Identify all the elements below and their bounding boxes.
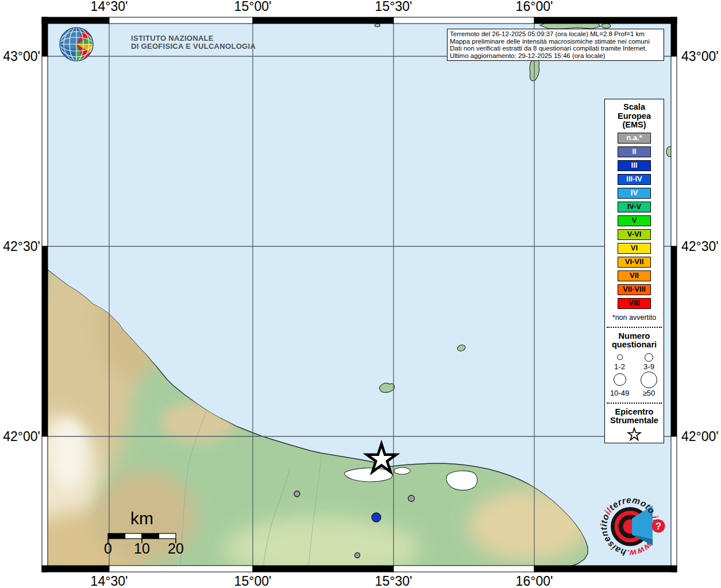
- event-info-line1: Terremoto del 26-12-2025 05:09:37 (ora l…: [450, 30, 661, 38]
- observation-dot: [408, 496, 415, 502]
- size-label-10-49: 10-49: [610, 389, 629, 397]
- legend-scale-title-1: Scala: [605, 103, 664, 112]
- ingv-wordmark: ISTITUTO NAZIONALE DI GEOFISICA E VULCAN…: [131, 34, 256, 51]
- axis-label-bottom-1: 15°00': [234, 574, 272, 588]
- scale-tick-10: 10: [134, 540, 150, 556]
- legend-chip-vii: VII: [618, 270, 651, 281]
- question-mark: ?: [656, 521, 661, 532]
- legend-chip-vi: VI: [618, 243, 651, 254]
- size-label-50: ≥50: [643, 389, 656, 397]
- event-info-line3: Dati non verificati estratti da 8 questi…: [450, 45, 661, 52]
- size-circle-3-9: [645, 353, 653, 362]
- axis-label-bottom-3: 16°00': [516, 574, 553, 588]
- legend-separator: [607, 403, 662, 404]
- legend-chip-na: n.a.*: [618, 133, 651, 144]
- legend-scale-title-3: (EMS): [605, 121, 664, 130]
- legend-scale-title-2: Europea: [605, 112, 664, 121]
- axis-label-top-2: 15°30': [375, 0, 412, 14]
- epicenter-legend-star: [626, 427, 642, 442]
- legend-chip-v: V: [618, 215, 651, 226]
- legend-questionnaires-title-2: questionari: [605, 341, 664, 350]
- legend-epicenter-title-2: Strumentale: [605, 416, 664, 425]
- legend-separator: [607, 327, 662, 328]
- ingv-line1: ISTITUTO NAZIONALE: [131, 34, 256, 42]
- axis-label-left-0: 43°00': [0, 49, 40, 64]
- legend-chip-vii-viii: VII-VIII: [618, 284, 651, 295]
- legend-chip-iv: IV: [618, 188, 651, 199]
- size-label-1-2: 1-2: [614, 362, 625, 371]
- legend-chip-iv-v: IV-V: [618, 202, 651, 212]
- axis-label-top-0: 14°30': [91, 0, 128, 14]
- axis-label-right-2: 42°00': [681, 429, 719, 444]
- observation-dot: [355, 553, 360, 558]
- legend-chip-viii: VIII: [618, 298, 651, 309]
- scale-tick-20: 20: [168, 540, 184, 556]
- legend-chip-iii-iv: III-IV: [618, 174, 651, 185]
- legend-epicenter-title-1: Epicentro: [605, 408, 664, 417]
- legend-chip-vi-vii: VI-VII: [618, 257, 651, 268]
- questionnaire-size-legend: 1-2 3-9 10-49 ≥50: [605, 353, 664, 397]
- axis-label-left-1: 42°30': [0, 239, 40, 254]
- scale-tick-0: 0: [104, 540, 112, 556]
- axis-label-bottom-0: 14°30': [91, 574, 128, 588]
- size-circle-10-49: [614, 373, 626, 386]
- map-area: [20, 21, 673, 580]
- observation-dot: [294, 491, 300, 497]
- event-info-box: Terremoto del 26-12-2025 05:09:37 (ora l…: [447, 29, 664, 61]
- size-label-3-9: 3-9: [643, 362, 654, 371]
- axis-label-right-0: 43°00': [681, 49, 719, 64]
- size-circle-50: [641, 372, 657, 388]
- ingv-logo: [60, 28, 93, 61]
- legend-chip-v-vi: V-VI: [618, 229, 651, 240]
- legend-chip-iii: III: [618, 160, 651, 171]
- ingv-line2: DI GEOFISICA E VULCANOLOGIA: [131, 42, 256, 51]
- scale-bar-unit: km: [130, 509, 153, 528]
- size-circle-1-2: [617, 354, 623, 360]
- event-info-line2: Mappa preliminare delle intensità macros…: [450, 38, 661, 45]
- axis-label-top-3: 16°00': [516, 0, 553, 14]
- axis-label-top-1: 15°00': [234, 0, 272, 14]
- axis-label-left-2: 42°00': [0, 429, 40, 444]
- axis-label-right-1: 42°30': [681, 239, 719, 254]
- axis-label-bottom-2: 15°30': [375, 574, 412, 588]
- legend-footnote: *non avvertito: [605, 314, 664, 322]
- legend-panel: Scala Europea (EMS) n.a.* II III III-IV …: [604, 99, 664, 443]
- legend-chip-ii: II: [618, 146, 651, 157]
- observation-dot: [372, 513, 381, 522]
- legend-questionnaires-title-1: Numero: [605, 332, 664, 341]
- event-info-line4: Ultimo aggiornamento: 29-12-2025 15:46 (…: [450, 52, 661, 60]
